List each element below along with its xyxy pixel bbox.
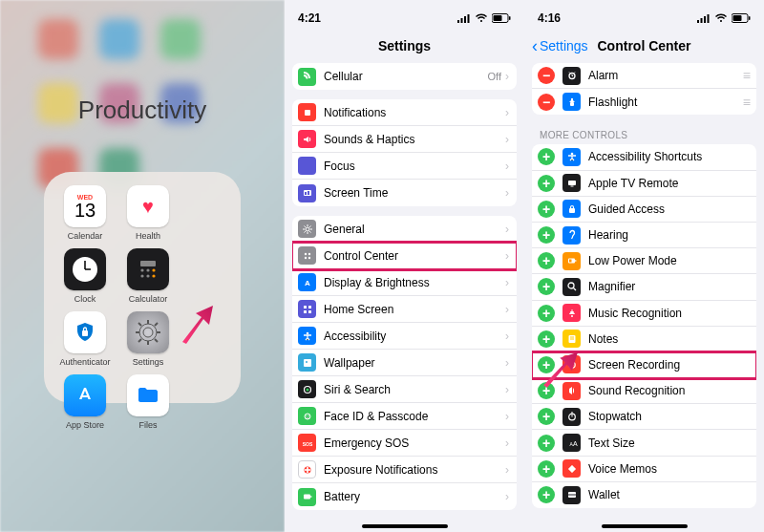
- svg-point-47: [306, 388, 308, 391]
- row-wallpaper[interactable]: Wallpaper›: [292, 350, 517, 376]
- add-icon[interactable]: +: [538, 408, 555, 425]
- add-icon[interactable]: +: [538, 226, 555, 244]
- svg-point-5: [146, 268, 149, 271]
- add-icon[interactable]: +: [538, 305, 555, 322]
- row-display-brightness[interactable]: ADisplay & Brightness›: [292, 269, 517, 296]
- row-face-id-passcode[interactable]: Face ID & Passcode›: [292, 403, 517, 430]
- add-icon[interactable]: +: [538, 175, 555, 192]
- row-control-center[interactable]: Control Center›: [292, 243, 517, 269]
- drag-handle-icon[interactable]: ≡: [743, 68, 749, 83]
- chevron-icon: ›: [505, 223, 509, 236]
- tv-icon: [562, 174, 581, 192]
- chevron-left-icon: ‹: [532, 36, 538, 56]
- app-authenticator[interactable]: Authenticator: [57, 311, 113, 367]
- row-text-size[interactable]: +AAText Size: [532, 430, 756, 456]
- remove-icon[interactable]: −: [538, 94, 555, 111]
- row-alarm[interactable]: −Alarm≡: [532, 63, 756, 89]
- page-title: Settings: [378, 38, 431, 53]
- row-label: Exposure Notifications: [324, 463, 501, 477]
- svg-text:A: A: [573, 440, 578, 447]
- row-emergency-sos[interactable]: SOSEmergency SOS›: [292, 430, 517, 457]
- svg-line-20: [155, 323, 158, 326]
- row-flashlight[interactable]: −Flashlight≡: [532, 89, 756, 115]
- app-label: Health: [136, 231, 160, 241]
- app-label: Authenticator: [59, 357, 110, 367]
- remove-icon[interactable]: −: [538, 67, 555, 84]
- add-icon[interactable]: +: [538, 486, 555, 503]
- svg-rect-3: [140, 261, 156, 266]
- app-health[interactable]: ♥ Health: [120, 185, 176, 241]
- page-title: Control Center: [598, 38, 691, 53]
- app-appstore[interactable]: App Store: [57, 374, 113, 430]
- add-icon[interactable]: +: [538, 252, 555, 269]
- home-indicator[interactable]: [602, 524, 688, 528]
- row-guided-access[interactable]: +Guided Access: [532, 197, 756, 223]
- more-controls-list: +Accessibility Shortcuts+Apple TV Remote…: [532, 144, 756, 508]
- svg-line-74: [573, 288, 576, 291]
- row-hearing[interactable]: +Hearing: [532, 223, 756, 248]
- app-label: App Store: [66, 420, 104, 430]
- notif-icon: [298, 103, 316, 121]
- row-label: Low Power Mode: [588, 254, 749, 267]
- row-wallet[interactable]: +Wallet: [532, 482, 756, 508]
- row-label: Notes: [588, 332, 749, 346]
- row-focus[interactable]: Focus›: [292, 153, 517, 180]
- row-voice-memos[interactable]: +Voice Memos: [532, 457, 756, 482]
- row-magnifier[interactable]: +Magnifier: [532, 274, 756, 300]
- row-music-recognition[interactable]: +Music Recognition: [532, 301, 756, 327]
- app-files[interactable]: Files: [120, 374, 176, 430]
- add-icon[interactable]: +: [538, 460, 555, 478]
- svg-rect-62: [733, 15, 742, 21]
- row-low-power-mode[interactable]: +Low Power Mode: [532, 248, 756, 274]
- home-indicator[interactable]: [362, 524, 448, 528]
- row-apple-tv-remote[interactable]: +Apple TV Remote: [532, 171, 756, 197]
- row-battery[interactable]: Battery›: [292, 483, 517, 510]
- add-icon[interactable]: +: [538, 148, 555, 165]
- svg-rect-40: [308, 306, 311, 309]
- back-button[interactable]: ‹Settings: [532, 36, 588, 56]
- add-icon[interactable]: +: [538, 435, 555, 452]
- row-label: Home Screen: [324, 303, 501, 316]
- svg-point-66: [570, 153, 573, 156]
- drag-handle-icon[interactable]: ≡: [743, 95, 749, 110]
- svg-point-33: [306, 227, 309, 231]
- music-icon: [562, 304, 581, 322]
- app-label: Files: [138, 420, 157, 430]
- row-exposure-notifications[interactable]: Exposure Notifications›: [292, 457, 517, 483]
- settings-group-general: General›Control Center›ADisplay & Bright…: [292, 216, 517, 510]
- row-sounds-haptics[interactable]: Sounds & Haptics›: [292, 126, 517, 153]
- row-label: Cellular: [324, 70, 488, 83]
- face-icon: [298, 407, 316, 425]
- row-label: Music Recognition: [588, 307, 749, 320]
- time-icon: [298, 184, 316, 202]
- svg-point-50: [308, 415, 308, 415]
- clock-icon: [64, 248, 106, 290]
- row-general[interactable]: General›: [292, 216, 517, 243]
- svg-rect-63: [749, 16, 751, 20]
- app-calendar[interactable]: WED 13 Calendar: [57, 185, 113, 241]
- row-stopwatch[interactable]: +Stopwatch: [532, 404, 756, 430]
- gear-icon: [298, 220, 316, 238]
- row-cellular[interactable]: Cellular Off ›: [292, 63, 517, 90]
- row-notifications[interactable]: Notifications›: [292, 99, 517, 126]
- chevron-icon: ›: [505, 160, 509, 173]
- txt-icon: AA: [562, 434, 581, 452]
- add-icon[interactable]: +: [538, 201, 555, 218]
- app-settings[interactable]: Settings: [120, 311, 176, 367]
- row-screen-time[interactable]: Screen Time›: [292, 180, 517, 206]
- row-home-screen[interactable]: Home Screen›: [292, 296, 517, 323]
- svg-point-45: [306, 361, 308, 363]
- svg-rect-54: [307, 467, 308, 473]
- row-label: Flashlight: [588, 96, 743, 109]
- svg-rect-23: [461, 18, 463, 23]
- row-accessibility-shortcuts[interactable]: +Accessibility Shortcuts: [532, 144, 756, 170]
- chevron-icon: ›: [505, 356, 509, 370]
- add-icon[interactable]: +: [538, 278, 555, 295]
- svg-rect-65: [570, 102, 574, 106]
- add-icon[interactable]: +: [538, 330, 555, 348]
- row-siri-search[interactable]: Siri & Search›: [292, 376, 517, 403]
- app-calculator[interactable]: Calculator: [120, 248, 176, 304]
- app-clock[interactable]: Clock: [57, 248, 113, 304]
- row-accessibility[interactable]: Accessibility›: [292, 323, 517, 350]
- row-label: Control Center: [324, 249, 501, 263]
